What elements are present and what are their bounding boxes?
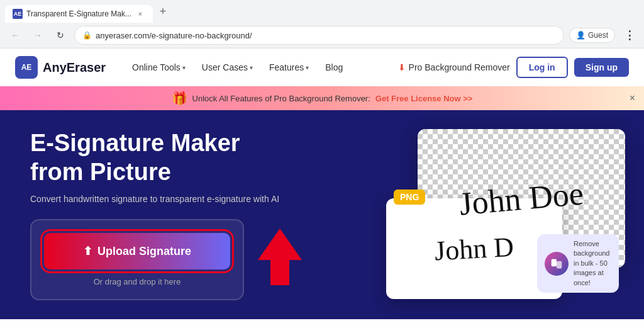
chevron-down-icon: ▾ [182,64,186,71]
login-button[interactable]: Log in [516,57,568,78]
upload-drop-zone[interactable]: ⬆ Upload Signature Or drag and drop it h… [30,219,244,300]
promo-banner: 🎁 Unlock All Features of Pro Background … [0,86,644,110]
gift-icon: 🎁 [172,91,187,106]
online-tools-label: Online Tools [132,62,180,72]
forward-button[interactable]: → [29,26,47,44]
guest-icon: 👤 [576,31,586,40]
chevron-down-icon: ▾ [250,64,253,71]
logo[interactable]: AE AnyEraser [15,56,106,79]
logo-text: AnyEraser [43,60,106,75]
browser-tab-bar: AE Transparent E-Signature Mak... × + [0,0,644,23]
nav-links: Online Tools ▾ User Cases ▾ Features ▾ B… [126,59,398,76]
site-nav: AE AnyEraser Online Tools ▾ User Cases ▾… [0,48,644,86]
url-text: anyeraser.com/e-signature-no-background/ [96,31,556,40]
hero-title-line2: from Picture [30,159,171,185]
hero-right-preview: John Doe PNG John D Remove background in… [386,116,625,299]
user-cases-label: User Cases [202,62,248,72]
hero-title-line1: E-Signature Maker [30,130,240,156]
lock-icon: 🔒 [82,31,92,40]
download-icon: ⬇ [398,62,406,72]
drag-drop-hint: Or drag and drop it here [44,277,230,286]
pro-label: Pro Background Remover [409,62,510,72]
nav-blog[interactable]: Blog [319,59,349,76]
browser-toolbar: ← → ↻ 🔒 anyeraser.com/e-signature-no-bac… [0,23,644,48]
banner-close-button[interactable]: × [630,93,635,104]
signup-button[interactable]: Sign up [574,58,629,77]
website-content: AE AnyEraser Online Tools ▾ User Cases ▾… [0,48,644,328]
signature-text-front: John D [434,230,514,267]
png-badge: PNG [394,189,425,205]
svg-marker-0 [258,229,302,285]
red-arrow-icon [258,229,302,285]
back-button[interactable]: ← [6,26,24,44]
bulk-remove-badge[interactable]: Remove background in bulk - 50 images at… [537,234,619,293]
address-bar[interactable]: 🔒 anyeraser.com/e-signature-no-backgroun… [74,26,564,45]
hero-title: E-Signature Maker from Picture [30,129,319,186]
browser-chrome: AE Transparent E-Signature Mak... × + ← … [0,0,644,48]
arrow-indicator [258,229,302,288]
logo-icon: AE [15,56,38,79]
browser-tab-active[interactable]: AE Transparent E-Signature Mak... × [5,5,153,23]
tab-close-button[interactable]: × [135,9,145,19]
bulk-badge-text: Remove background in bulk - 50 images at… [574,239,611,288]
hero-section: E-Signature Maker from Picture Convert h… [0,110,644,319]
new-tab-button[interactable]: + [154,3,172,20]
features-label: Features [269,62,304,72]
svg-rect-2 [557,261,562,268]
bulk-icon [545,252,569,276]
guest-button[interactable]: 👤 Guest [569,28,615,43]
nav-online-tools[interactable]: Online Tools ▾ [126,59,192,76]
nav-actions: ⬇ Pro Background Remover Log in Sign up [398,57,629,78]
banner-text: Unlock All Features of Pro Background Re… [192,94,370,103]
upload-btn-label: Upload Signature [97,245,191,258]
blog-label: Blog [325,62,343,72]
nav-features[interactable]: Features ▾ [263,59,315,76]
more-options-button[interactable]: ⋮ [620,26,638,44]
nav-user-cases[interactable]: User Cases ▾ [196,59,259,76]
tab-favicon: AE [13,9,23,19]
banner-cta-link[interactable]: Get Free License Now >> [375,94,473,103]
upload-signature-button[interactable]: ⬆ Upload Signature [44,233,230,269]
reload-button[interactable]: ↻ [52,26,69,44]
upload-btn-outline: ⬆ Upload Signature [44,233,230,269]
svg-rect-1 [552,259,557,266]
tab-title: Transparent E-Signature Mak... [26,9,131,18]
chevron-down-icon: ▾ [306,64,309,71]
hero-subtitle: Convert handwritten signature to transpa… [30,194,319,204]
signature-text-top: John Doe [458,174,585,222]
pro-background-remover-link[interactable]: ⬇ Pro Background Remover [398,62,510,72]
guest-label: Guest [588,31,608,40]
upload-icon: ⬆ [83,244,92,258]
